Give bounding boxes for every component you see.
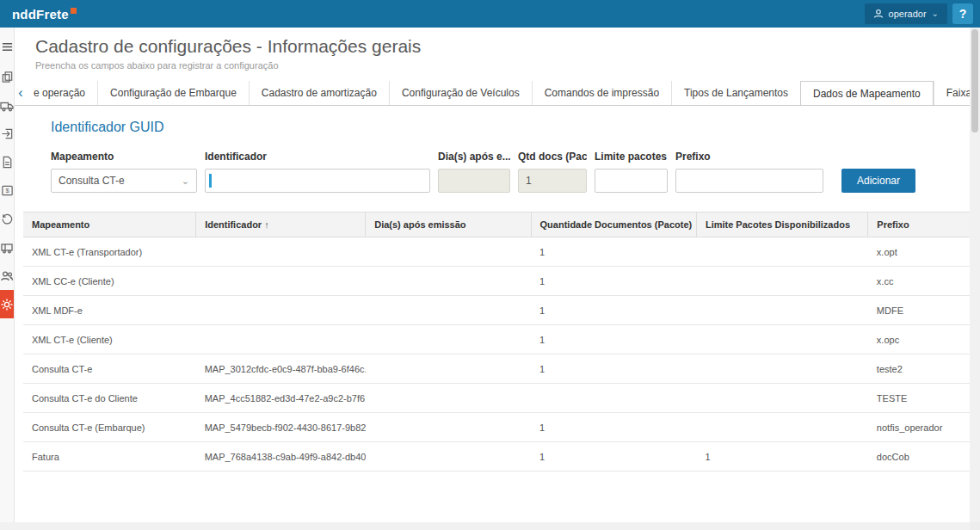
tabbar: ‹ e operaçãoConfiguração de EmbarqueCada… (15, 81, 980, 106)
tabs: e operaçãoConfiguração de EmbarqueCadast… (27, 81, 980, 105)
qtd-docs-input (518, 169, 587, 193)
menu-icon[interactable] (0, 33, 14, 61)
history-icon[interactable] (0, 205, 14, 233)
sort-asc-icon: ↑ (264, 219, 269, 230)
cell-identificador: MAP_5479becb-f902-4430-8617-9b82... (196, 413, 366, 442)
limite-pacotes-input[interactable] (595, 169, 668, 193)
cell-dias (366, 354, 531, 384)
tab[interactable]: Dados de Mapeamento (800, 81, 934, 105)
tab[interactable]: Configuração de Veículos (389, 81, 532, 105)
section-heading: Identificador GUID (51, 120, 980, 135)
cell-limite (696, 325, 867, 354)
cell-mapeamento: Consulta CT-e (23, 354, 196, 384)
cell-prefixo: MDFE (868, 296, 980, 325)
user-menu-button[interactable]: operador ⌄ (865, 3, 947, 24)
cell-limite (696, 267, 867, 296)
table-row[interactable]: XML MDF-e 1 MDFE (23, 296, 980, 325)
header-quantidade-documentos[interactable]: Quantidade Documentos (Pacote) (531, 213, 696, 237)
vertical-scrollbar[interactable] (970, 28, 980, 522)
delivery-icon[interactable] (0, 233, 14, 262)
cell-quantidade: 1 (531, 442, 696, 471)
cell-mapeamento: XML CT-e (Cliente) (23, 325, 196, 354)
dias-label: Dia(s) após e... (438, 151, 510, 163)
copy-icon[interactable] (0, 63, 14, 91)
tab[interactable]: Cadastro de amortização (249, 81, 389, 105)
limite-pacotes-label: Limite pacotes (595, 151, 668, 163)
cell-identificador: MAP_768a4138-c9ab-49f9-a842-db40... (196, 442, 366, 471)
cell-identificador (196, 296, 366, 325)
cell-mapeamento: XML CT-e (Transportador) (23, 237, 196, 267)
field-qtd-docs: Qtd docs (Pac... (518, 151, 587, 193)
identificador-label: Identificador (205, 151, 430, 163)
brand-text: nddFrete (12, 7, 69, 22)
cell-limite (696, 384, 867, 413)
settings-gear-icon[interactable] (0, 290, 14, 318)
page-header: Cadastro de configurações - Informações … (15, 28, 980, 71)
invoice-icon[interactable]: $ (0, 176, 14, 205)
cell-prefixo: x.opt (868, 237, 980, 267)
header-mapeamento[interactable]: Mapeamento (23, 213, 196, 237)
cell-limite (696, 354, 867, 384)
cell-limite: 1 (696, 442, 867, 471)
tab[interactable]: Configuração de Embarque (97, 81, 249, 105)
mapping-table: Mapeamento Identificador↑ Dia(s) após em… (23, 212, 980, 471)
cell-mapeamento: Consulta CT-e (Embarque) (23, 413, 196, 442)
content: Identificador GUID Mapeamento Consulta C… (15, 106, 980, 471)
identificador-input[interactable] (205, 169, 430, 193)
sidebar: $ (0, 28, 15, 530)
tab[interactable]: Comandos de impressão (532, 81, 671, 105)
table-row[interactable]: XML CT-e (Cliente) 1 x.opc (23, 325, 980, 354)
chevron-down-icon: ⌄ (932, 9, 939, 18)
prefixo-label: Prefixo (675, 151, 823, 163)
table-row[interactable]: XML CC-e (Cliente) 1 x.cc (23, 267, 980, 296)
cell-prefixo: TESTE (868, 384, 980, 413)
adicionar-button[interactable]: Adicionar (841, 169, 915, 193)
cell-dias (366, 413, 531, 442)
document-icon[interactable] (0, 148, 14, 176)
vertical-scrollbar-thumb[interactable] (971, 29, 978, 132)
table-row[interactable]: Consulta CT-e MAP_3012cfdc-e0c9-487f-bba… (23, 354, 980, 384)
cell-mapeamento: XML MDF-e (23, 296, 196, 325)
brand-logo: nddFrete (12, 7, 77, 22)
header-dias-apos-emissao[interactable]: Dia(s) após emissão (366, 213, 531, 237)
chevron-down-icon: ⌄ (182, 176, 189, 187)
field-mapeamento: Mapeamento Consulta CT-e ⌄ (51, 151, 197, 193)
cell-dias (366, 267, 531, 296)
help-button[interactable]: ? (952, 3, 973, 24)
cell-prefixo: docCob (868, 442, 980, 471)
table-row[interactable]: Consulta CT-e (Embarque) MAP_5479becb-f9… (23, 413, 980, 442)
table-row[interactable]: Fatura MAP_768a4138-c9ab-49f9-a842-db40.… (23, 442, 980, 471)
table-row[interactable]: XML CT-e (Transportador) 1 x.opt (23, 237, 980, 267)
main: Cadastro de configurações - Informações … (15, 28, 980, 530)
text-caret (209, 174, 212, 188)
horizontal-scrollbar[interactable] (0, 522, 970, 530)
header-limite-pacotes[interactable]: Limite Pacotes Disponibilizados (696, 213, 867, 237)
page-subtitle: Preencha os campos abaixo para registrar… (35, 60, 980, 71)
mapeamento-select[interactable]: Consulta CT-e ⌄ (51, 169, 197, 193)
header-prefixo[interactable]: Prefixo (868, 213, 980, 237)
field-dias: Dia(s) após e... (438, 151, 510, 193)
cell-identificador (196, 237, 366, 267)
users-icon[interactable] (0, 262, 14, 290)
page: nddFrete operador ⌄ ? (0, 0, 980, 530)
cell-identificador (196, 325, 366, 354)
field-limite-pacotes: Limite pacotes (595, 151, 668, 193)
field-identificador: Identificador (205, 151, 430, 193)
cell-identificador: MAP_3012cfdc-e0c9-487f-bba9-6f46c... (196, 354, 366, 384)
table-body: XML CT-e (Transportador) 1 x.opt XML CC-… (23, 237, 980, 471)
tab[interactable]: e operação (27, 81, 97, 105)
truck-icon[interactable] (0, 91, 14, 120)
prefixo-input[interactable] (675, 169, 823, 193)
user-icon (873, 9, 884, 19)
cell-prefixo: teste2 (868, 354, 980, 384)
topbar: nddFrete operador ⌄ ? (0, 0, 980, 28)
tab[interactable]: Tipos de Lançamentos (671, 81, 800, 105)
header-identificador[interactable]: Identificador↑ (196, 213, 366, 237)
tabs-scroll-left-icon[interactable]: ‹ (15, 81, 27, 105)
export-icon[interactable] (0, 120, 14, 148)
topbar-right: operador ⌄ ? (865, 3, 973, 24)
cell-prefixo: x.cc (868, 267, 980, 296)
table-row[interactable]: Consulta CT-e do Cliente MAP_4cc51882-ed… (23, 384, 980, 413)
cell-prefixo: x.opc (868, 325, 980, 354)
field-prefixo: Prefixo (675, 151, 823, 193)
